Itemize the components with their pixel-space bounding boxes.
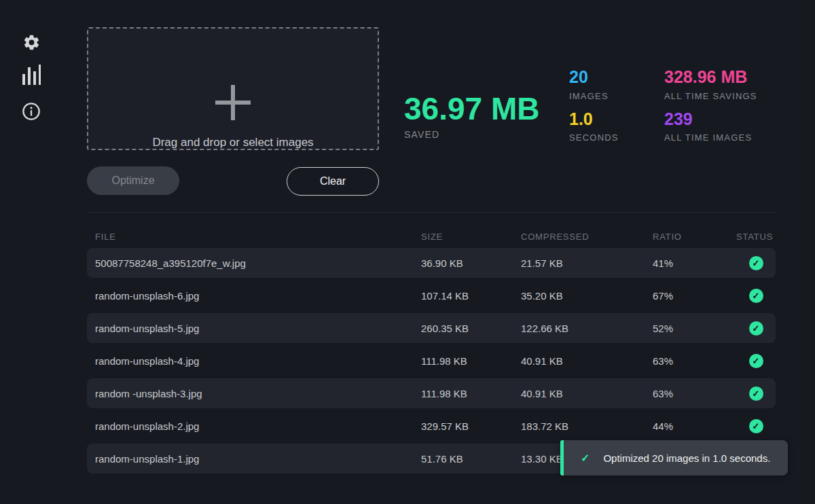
saved-value: 36.97 MB — [404, 92, 539, 125]
sidebar-item-statistics[interactable] — [20, 63, 42, 85]
file-compressed: 40.91 KB — [521, 388, 653, 399]
file-name: random-unsplash-2.jpg — [87, 420, 421, 432]
file-ratio: 63% — [653, 355, 736, 367]
table-row: random-unsplash-4.jpg 111.98 KB 40.91 KB… — [87, 346, 776, 376]
toast-message: Optimized 20 images in 1.0 seconds. — [603, 452, 770, 464]
file-size: 107.14 KB — [421, 290, 521, 302]
check-circle-icon: ✓ — [749, 354, 763, 368]
header-file: FILE — [87, 232, 421, 242]
file-compressed: 40.91 KB — [521, 355, 653, 367]
info-icon — [22, 102, 41, 121]
alltime-images-label: ALL TIME IMAGES — [664, 132, 757, 143]
stat-seconds: 1.0 SECONDS — [569, 110, 619, 143]
section-divider — [87, 212, 776, 213]
alltime-images-value: 239 — [664, 110, 757, 129]
file-size: 36.90 KB — [421, 257, 521, 269]
file-ratio: 41% — [653, 257, 736, 269]
dropzone-label: Drag and drop or select images — [88, 136, 378, 149]
file-size: 111.98 KB — [421, 355, 521, 367]
header-ratio: RATIO — [653, 232, 736, 242]
header-size: SIZE — [421, 232, 521, 242]
table-row: random -unsplash-3.jpg 111.98 KB 40.91 K… — [87, 378, 776, 408]
sidebar-item-settings[interactable] — [20, 31, 42, 53]
check-icon: ✓ — [581, 452, 590, 465]
file-name: random-unsplash-5.jpg — [87, 323, 421, 334]
file-name: random -unsplash-3.jpg — [87, 388, 421, 399]
stat-column-alltime: 328.96 MB ALL TIME SAVINGS 239 ALL TIME … — [664, 68, 757, 151]
table-row: random-unsplash-2.jpg 329.57 KB 183.72 K… — [87, 411, 776, 441]
table-header: FILE SIZE COMPRESSED RATIO STATUS — [87, 227, 776, 246]
alltime-savings-value: 328.96 MB — [664, 68, 757, 87]
check-circle-icon: ✓ — [749, 289, 763, 303]
files-table: FILE SIZE COMPRESSED RATIO STATUS 500877… — [87, 227, 776, 476]
optimize-button[interactable]: Optimize — [87, 166, 179, 195]
file-ratio: 52% — [653, 323, 736, 334]
seconds-value: 1.0 — [569, 110, 619, 129]
check-circle-icon: ✓ — [749, 419, 763, 433]
stat-saved: 36.97 MB SAVED — [404, 92, 539, 140]
header-status: STATUS — [736, 232, 776, 242]
file-ratio: 44% — [653, 420, 736, 432]
app-window: Drag and drop or select images Optimize … — [0, 0, 815, 504]
file-name: random-unsplash-6.jpg — [87, 290, 421, 302]
file-size: 51.76 KB — [421, 453, 521, 465]
stat-images: 20 IMAGES — [569, 68, 619, 101]
dropzone[interactable]: Drag and drop or select images — [87, 27, 379, 150]
seconds-label: SECONDS — [569, 132, 619, 143]
file-name: random-unsplash-4.jpg — [87, 355, 421, 367]
saved-label: SAVED — [404, 129, 539, 140]
table-row: random-unsplash-6.jpg 107.14 KB 35.20 KB… — [87, 281, 776, 310]
file-size: 111.98 KB — [421, 388, 521, 399]
file-ratio: 63% — [653, 388, 736, 399]
bar-chart-icon — [22, 64, 41, 85]
check-circle-icon: ✓ — [749, 386, 763, 401]
gear-icon — [22, 33, 41, 52]
check-circle-icon: ✓ — [749, 321, 763, 336]
file-ratio: 67% — [653, 290, 736, 302]
sidebar — [0, 0, 60, 504]
file-size: 329.57 KB — [421, 420, 521, 432]
table-row: 50087758248_a395120f7e_w.jpg 36.90 KB 21… — [87, 248, 776, 278]
images-value: 20 — [569, 68, 619, 87]
stat-column-session: 20 IMAGES 1.0 SECONDS — [569, 68, 619, 151]
stat-alltime-savings: 328.96 MB ALL TIME SAVINGS — [664, 68, 757, 101]
file-compressed: 35.20 KB — [521, 290, 653, 302]
header-compressed: COMPRESSED — [521, 232, 653, 242]
sidebar-item-about[interactable] — [20, 101, 42, 122]
clear-button[interactable]: Clear — [287, 167, 379, 196]
plus-icon — [215, 85, 251, 120]
file-compressed: 21.57 KB — [521, 257, 653, 269]
toast-notification[interactable]: ✓ Optimized 20 images in 1.0 seconds. — [560, 440, 788, 475]
alltime-savings-label: ALL TIME SAVINGS — [664, 91, 757, 101]
file-name: random-unsplash-1.jpg — [87, 453, 421, 465]
file-compressed: 183.72 KB — [521, 420, 653, 432]
stat-alltime-images: 239 ALL TIME IMAGES — [664, 110, 757, 143]
images-label: IMAGES — [569, 91, 619, 101]
check-circle-icon: ✓ — [749, 256, 763, 270]
file-compressed: 122.66 KB — [521, 323, 653, 334]
file-size: 260.35 KB — [421, 323, 521, 334]
file-name: 50087758248_a395120f7e_w.jpg — [87, 257, 421, 269]
table-row: random-unsplash-5.jpg 260.35 KB 122.66 K… — [87, 313, 776, 343]
